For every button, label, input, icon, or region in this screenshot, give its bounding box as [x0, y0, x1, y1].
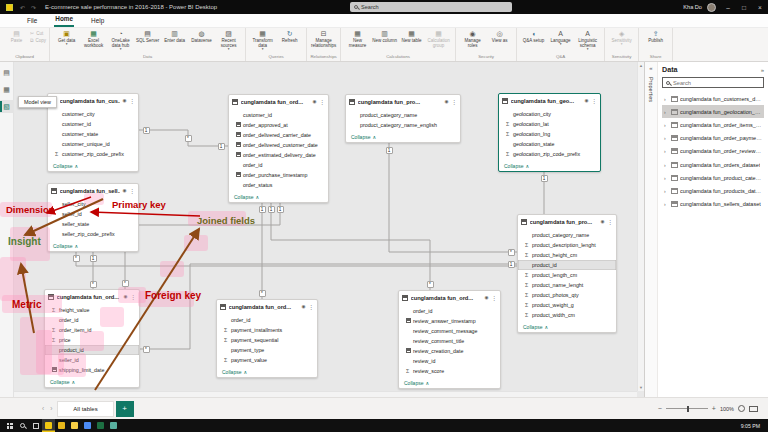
dataset-item[interactable]: ›cunglamdata fun_orders_dataset: [662, 158, 764, 171]
taskbar-app-sticky-notes[interactable]: [55, 419, 68, 432]
dataset-item[interactable]: ›cunglamdata fun_order_items_dataset: [662, 118, 764, 131]
table-view-button[interactable]: ▦: [0, 83, 14, 96]
collapse-link[interactable]: Collapse∧: [217, 367, 317, 377]
data-search-input[interactable]: Search: [662, 77, 764, 88]
table-card-sellers[interactable]: cunglamdata fun_sell...◉⋮seller_citysell…: [47, 183, 139, 252]
canvas-vertical-scrollbar[interactable]: ▲▼: [637, 62, 644, 391]
field-row[interactable]: order_id: [45, 315, 139, 325]
expand-chevron-icon[interactable]: ›: [664, 201, 668, 207]
table-card-header[interactable]: cunglamdata fun_geo...◉⋮: [499, 94, 600, 107]
field-row[interactable]: Σgeolocation_lat: [499, 119, 600, 129]
more-options-icon[interactable]: ⋮: [491, 295, 497, 301]
field-row[interactable]: order_id: [399, 306, 500, 316]
field-row[interactable]: review_creation_date: [399, 346, 500, 356]
field-row[interactable]: product_category_name: [346, 110, 460, 120]
taskbar-app-file-explorer[interactable]: [68, 419, 81, 432]
field-row[interactable]: Σproduct_length_cm: [518, 270, 616, 280]
table-card-reviews[interactable]: cunglamdata fun_ord...◉⋮order_idreview_a…: [398, 290, 501, 389]
visibility-eye-icon[interactable]: ◉: [122, 98, 126, 103]
table-card-header[interactable]: cunglamdata fun_ord...◉⋮: [217, 300, 317, 313]
field-row[interactable]: customer_city: [48, 109, 138, 119]
table-card-header[interactable]: cunglamdata fun_cus...◉⋮: [48, 94, 138, 107]
field-row[interactable]: Σproduct_width_cm: [518, 310, 616, 320]
add-tab-button[interactable]: +: [116, 401, 134, 417]
table-card-header[interactable]: cunglamdata fun_ord...◉⋮: [229, 95, 328, 108]
field-row[interactable]: order_approved_at: [229, 120, 328, 130]
table-card-orders[interactable]: cunglamdata fun_ord...◉⋮customer_idorder…: [228, 94, 329, 203]
field-row[interactable]: order_status: [229, 180, 328, 190]
field-row[interactable]: Σfreight_value: [45, 305, 139, 315]
menu-help[interactable]: Help: [90, 17, 105, 27]
recent-sources-button[interactable]: ▨Recent sources▾: [215, 29, 242, 51]
field-row[interactable]: seller_zip_code_prefix: [48, 229, 138, 239]
expand-chevron-icon[interactable]: ›: [664, 188, 668, 194]
enter-data-button[interactable]: ▥Enter data: [161, 29, 188, 43]
refresh-button[interactable]: ↻Refresh: [276, 29, 303, 43]
dataset-item[interactable]: ›cunglamdata fun_order_payments_dataset: [662, 132, 764, 145]
field-row[interactable]: Σproduct_description_lenght: [518, 240, 616, 250]
dataverse-button[interactable]: ◍Dataverse: [188, 29, 215, 43]
expand-chevron-icon[interactable]: ›: [664, 148, 668, 154]
field-row[interactable]: Σgeolocation_lng: [499, 129, 600, 139]
linguistic-schema-button[interactable]: ALinguistic schema▾: [574, 29, 601, 51]
tab-scroll-right-icon[interactable]: ›: [50, 405, 52, 412]
field-row[interactable]: review_answer_timestamp: [399, 316, 500, 326]
field-row[interactable]: Σprice: [45, 335, 139, 345]
dataset-item[interactable]: ›cunglamdata fun_customers_dataset: [662, 92, 764, 105]
field-row[interactable]: Σpayment_installments: [217, 325, 317, 335]
field-row[interactable]: review_comment_message: [399, 326, 500, 336]
fit-to-screen-icon[interactable]: [749, 406, 758, 412]
collapse-link[interactable]: Collapse∧: [229, 192, 328, 202]
collapse-link[interactable]: Collapse∧: [499, 161, 600, 171]
field-row[interactable]: order_id: [229, 160, 328, 170]
visibility-eye-icon[interactable]: ◉: [584, 98, 588, 103]
field-row[interactable]: payment_type: [217, 345, 317, 355]
field-row[interactable]: seller_id: [48, 209, 138, 219]
more-options-icon[interactable]: ⋮: [607, 219, 613, 225]
collapse-link[interactable]: Collapse∧: [346, 132, 460, 142]
field-row[interactable]: customer_state: [48, 129, 138, 139]
table-card-payments[interactable]: cunglamdata fun_ord...◉⋮order_idΣpayment…: [216, 299, 318, 378]
table-card-header[interactable]: cunglamdata fun_sell...◉⋮: [48, 184, 138, 197]
expand-chevron-icon[interactable]: ›: [664, 122, 668, 128]
visibility-eye-icon[interactable]: ◉: [312, 99, 316, 104]
field-row[interactable]: order_delivered_carrier_date: [229, 130, 328, 140]
taskbar-app-media-app[interactable]: [107, 419, 120, 432]
visibility-eye-icon[interactable]: ◉: [484, 295, 488, 300]
field-row[interactable]: Σorder_item_id: [45, 325, 139, 335]
taskbar-app-powerbi-desktop[interactable]: [42, 419, 55, 432]
collapse-link[interactable]: Collapse∧: [48, 241, 138, 251]
expand-chevron-icon[interactable]: ›: [664, 96, 668, 102]
close-button[interactable]: ×: [752, 0, 768, 14]
field-row[interactable]: seller_id: [45, 355, 139, 365]
undo-icon[interactable]: ↶: [20, 4, 25, 11]
field-row[interactable]: order_id: [217, 315, 317, 325]
menu-file[interactable]: File: [26, 17, 38, 27]
sql-server-button[interactable]: ▤SQL Server: [134, 29, 161, 43]
expand-chevron-icon[interactable]: ›: [664, 109, 668, 115]
collapse-link[interactable]: Collapse∧: [48, 161, 138, 171]
field-row[interactable]: Σproduct_photos_qty: [518, 290, 616, 300]
table-card-header[interactable]: cunglamdata fun_ord...◉⋮: [45, 290, 139, 303]
field-row[interactable]: Σcustomer_zip_code_prefix: [48, 149, 138, 159]
user-avatar[interactable]: [707, 3, 716, 12]
dataset-item[interactable]: ›cunglamdata fun_products_dataset: [662, 184, 764, 197]
collapse-panel-icon[interactable]: «: [649, 65, 652, 71]
visibility-eye-icon[interactable]: ◉: [123, 294, 127, 299]
field-row[interactable]: Σpayment_value: [217, 355, 317, 365]
table-card-header[interactable]: cunglamdata fun_ord...◉⋮: [399, 291, 500, 304]
field-row[interactable]: order_delivered_customer_date: [229, 140, 328, 150]
table-card-products[interactable]: cunglamdata fun_pro...◉⋮product_category…: [517, 214, 617, 333]
collapse-link[interactable]: Collapse∧: [45, 377, 139, 387]
taskbar-app-web-browser[interactable]: [81, 419, 94, 432]
reset-zoom-icon[interactable]: [738, 405, 745, 412]
maximize-button[interactable]: □: [736, 0, 752, 14]
transform-data-button[interactable]: ▦Transform data▾: [249, 29, 276, 51]
new-measure-button[interactable]: ▦New measure: [344, 29, 371, 48]
expand-chevron-icon[interactable]: ›: [664, 135, 668, 141]
report-view-button[interactable]: ▤: [0, 66, 14, 79]
dataset-item[interactable]: ›cunglamdata fun_geolocation_dataset: [662, 105, 764, 118]
model-view-button[interactable]: ▧: [0, 100, 14, 113]
more-options-icon[interactable]: ⋮: [591, 98, 597, 104]
field-row[interactable]: customer_unique_id: [48, 139, 138, 149]
